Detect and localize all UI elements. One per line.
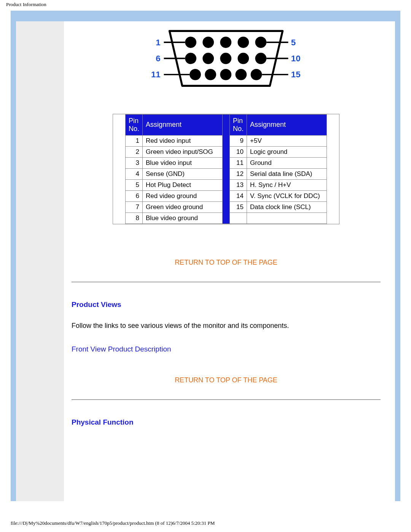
section-divider [72, 282, 381, 282]
svg-point-6 [202, 53, 214, 64]
physical-function-heading: Physical Function [72, 418, 381, 427]
header-pin-no: Pin No. [126, 114, 143, 135]
header-assignment: Assignment [143, 114, 223, 135]
header-pin-no: Pin No. [230, 114, 247, 135]
diagram-label-5: 5 [291, 38, 296, 47]
table-row: 6Red video ground [126, 190, 223, 201]
footer-file-path: file:///D|/My%20documents/dfu/W7/english… [0, 501, 411, 532]
svg-point-10 [190, 69, 201, 80]
page-title: Product Information [0, 0, 411, 8]
content-frame: 1 6 11 5 10 15 Pin No. Assignment 1Red v… [11, 11, 400, 501]
table-row: 4Sense (GND) [126, 168, 223, 179]
table-row: 13H. Sync / H+V [230, 179, 327, 190]
table-row: 11Ground [230, 157, 327, 168]
table-row [230, 212, 327, 224]
table-row: 1Red video input [126, 135, 223, 146]
svg-point-0 [185, 37, 196, 48]
table-spacer [223, 114, 229, 224]
svg-point-7 [220, 53, 231, 64]
main-content: 1 6 11 5 10 15 Pin No. Assignment 1Red v… [64, 21, 395, 501]
svg-point-8 [237, 53, 249, 64]
svg-point-9 [255, 53, 267, 64]
product-views-body: Follow the links to see various views of… [72, 322, 381, 330]
table-row: 9+5V [230, 135, 327, 146]
svg-point-3 [237, 37, 249, 48]
svg-point-5 [185, 53, 196, 64]
frame-leftbar [11, 21, 16, 501]
svg-point-12 [220, 69, 231, 80]
header-assignment: Assignment [247, 114, 327, 135]
return-to-top-link[interactable]: RETURN TO TOP OF THE PAGE [72, 259, 381, 267]
frame-topbar [11, 11, 400, 21]
table-row: 5Hot Plug Detect [126, 179, 223, 190]
diagram-label-10: 10 [291, 54, 301, 63]
diagram-label-6: 6 [156, 54, 160, 63]
svg-point-11 [205, 69, 216, 80]
section-divider [72, 399, 381, 400]
frame-rightbar [395, 21, 400, 501]
svg-point-14 [251, 69, 262, 80]
table-row: 8Blue video ground [126, 212, 223, 224]
table-row: 2Green video input/SOG [126, 146, 223, 157]
product-views-heading: Product Views [72, 300, 381, 309]
svg-point-13 [236, 69, 247, 80]
front-view-product-description-link[interactable]: Front View Product Description [72, 345, 381, 353]
table-row: 14V. Sync (VCLK for DDC) [230, 190, 327, 201]
table-row: 3Blue video input [126, 157, 223, 168]
return-to-top-link[interactable]: RETURN TO TOP OF THE PAGE [72, 376, 381, 384]
table-header-row: Pin No. Assignment [126, 114, 223, 135]
svg-point-2 [220, 37, 231, 48]
table-row: 10Logic ground [230, 146, 327, 157]
table-row: 12Serial data line (SDA) [230, 168, 327, 179]
diagram-label-15: 15 [291, 70, 301, 79]
svg-point-4 [255, 37, 267, 48]
table-row: 7Green video ground [126, 201, 223, 212]
frame-leftgutter [16, 21, 64, 501]
diagram-label-11: 11 [151, 70, 161, 79]
pin-assignment-tables: Pin No. Assignment 1Red video input 2Gre… [113, 114, 339, 224]
pin-table-left: Pin No. Assignment 1Red video input 2Gre… [125, 114, 223, 224]
diagram-label-1: 1 [156, 38, 160, 47]
connector-diagram: 1 6 11 5 10 15 [127, 26, 325, 91]
table-row: 15Data clock line (SCL) [230, 201, 327, 212]
svg-point-1 [202, 37, 214, 48]
pin-table-right: Pin No. Assignment 9+5V 10Logic ground 1… [229, 114, 327, 224]
table-header-row: Pin No. Assignment [230, 114, 327, 135]
